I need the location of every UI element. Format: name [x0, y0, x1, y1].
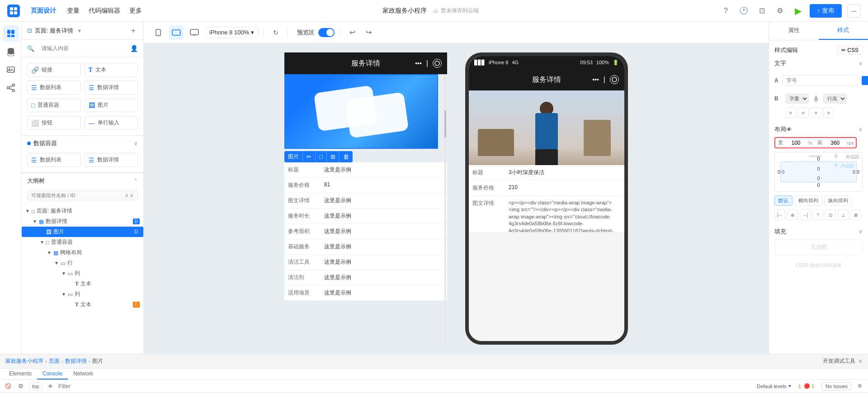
font-weight-select[interactable]: 字重 — [785, 94, 809, 104]
dist-center-h-btn[interactable]: ⊕ — [787, 209, 798, 220]
breadcrumb-app[interactable]: 家政服务小程序 — [5, 357, 43, 365]
preview-toggle[interactable] — [318, 28, 335, 37]
grid-icon[interactable]: ⊞ — [327, 152, 340, 162]
comp-datalist[interactable]: ☰ 数据列表 — [27, 81, 81, 95]
page-dropdown-icon[interactable]: ▼ — [77, 28, 82, 33]
color-swatch[interactable] — [862, 76, 868, 85]
eye-icon[interactable]: 👁 — [786, 126, 792, 133]
comp-datadetail[interactable]: ☰ 数据详情 — [85, 81, 138, 95]
outline-search-down-icon[interactable]: ∨ — [130, 192, 134, 199]
tree-toggle[interactable]: ▼ — [25, 209, 32, 213]
dist-center-v-btn[interactable]: ⊡ — [825, 209, 836, 220]
data-comp-detail[interactable]: ☰ 数据详情 — [85, 153, 138, 167]
scrollbar-thumb[interactable] — [444, 110, 446, 138]
tree-col2[interactable]: ▼ ▭ 列 — [22, 289, 143, 299]
tab-network[interactable]: Network — [68, 369, 99, 380]
align-center-btn[interactable]: ≡ — [798, 107, 809, 118]
layout-toggle[interactable]: ∨ — [859, 126, 863, 133]
align-justify-btn[interactable]: ≡ — [823, 107, 834, 118]
tab-attrs[interactable]: 属性 — [769, 22, 819, 40]
tree-datadetail[interactable]: ▼ ▦ 数据详情 D — [22, 216, 143, 227]
layout-section-header[interactable]: 布局 👁 ∨ — [774, 125, 863, 133]
nav-page-design[interactable]: 页面设计 — [31, 5, 56, 17]
tab-console[interactable]: Console — [37, 369, 68, 380]
clock-icon[interactable]: 🕐 — [737, 5, 750, 17]
top-label[interactable]: top — [29, 382, 42, 390]
nav-variable[interactable]: 变量 — [67, 5, 80, 17]
tab-elements[interactable]: Elements — [4, 369, 37, 380]
comp-image[interactable]: 🖼 图片 — [85, 98, 138, 112]
tree-image[interactable]: 🖼 图片 D — [22, 227, 143, 237]
tablet-device-btn[interactable] — [169, 25, 184, 40]
comp-input[interactable]: — 单行输入 — [85, 116, 138, 130]
breadcrumb-page[interactable]: 页面 — [49, 357, 60, 365]
settings-icon[interactable]: ⚙ — [774, 5, 786, 17]
default-levels-btn[interactable]: Default levels ▾ — [757, 383, 791, 389]
layout-horizontal-btn[interactable]: 横向排列 — [794, 195, 822, 206]
height-input[interactable] — [825, 138, 845, 147]
breadcrumb-data[interactable]: 数据详情 — [65, 357, 87, 365]
selected-image[interactable] — [284, 74, 438, 149]
sidebar-data-icon[interactable] — [3, 43, 19, 60]
no-issues-btn[interactable]: No Issues — [821, 382, 852, 390]
outline-search-up-icon[interactable]: ∧ — [125, 192, 129, 199]
device-size-select[interactable]: iPhone 8 100% ▾ — [205, 27, 258, 38]
comp-button[interactable]: ⬜ 按钮 — [27, 116, 81, 130]
devtools-gear-icon[interactable]: ⚙ — [855, 382, 864, 391]
sidebar-pages-icon[interactable] — [3, 25, 19, 42]
tree-text1[interactable]: T 文本 — [22, 279, 143, 289]
text-section-header[interactable]: 文字 ∨ — [774, 59, 863, 67]
tree-row[interactable]: ▼ ▭ 行 — [22, 258, 143, 268]
comp-container[interactable]: □ 普通容器 — [27, 98, 81, 112]
edit-icon[interactable]: ✏ — [303, 152, 316, 162]
devtools-eye-icon[interactable]: 👁 — [46, 382, 55, 391]
mobile-device-btn[interactable] — [151, 25, 165, 40]
tree-container[interactable]: ▼ □ 普通容器 — [22, 237, 143, 247]
font-size-input[interactable] — [782, 75, 858, 86]
run-icon[interactable]: ▶ — [792, 5, 804, 17]
outline-search-input[interactable] — [31, 193, 125, 198]
tree-toggle[interactable]: ▼ — [33, 219, 39, 224]
comp-link[interactable]: 🔗 链接 — [27, 63, 81, 77]
css-edit-button[interactable]: ✏ CSS — [837, 46, 863, 55]
comp-text[interactable]: T 文本 — [85, 63, 138, 77]
tree-page[interactable]: ▼ □ 页面: 服务详情 — [22, 206, 143, 216]
align-right-btn[interactable]: ≡ — [811, 107, 821, 118]
tree-toggle[interactable]: ▼ — [47, 250, 53, 255]
dist-right-btn[interactable]: →| — [800, 209, 811, 220]
tree-toggle[interactable]: ▼ — [54, 261, 61, 266]
nav-code-editor[interactable]: 代码编辑器 — [89, 5, 120, 17]
desktop-device-btn[interactable] — [187, 25, 202, 40]
dist-h-even-btn[interactable]: ⊠ — [850, 209, 861, 220]
tree-col1[interactable]: ▼ ▭ 列 — [22, 268, 143, 279]
fill-section-header[interactable]: 填充 ∨ — [774, 228, 863, 236]
search-input[interactable] — [38, 43, 127, 53]
refresh-icon[interactable]: ↻ — [269, 26, 282, 39]
screen-icon[interactable]: ⊡ — [755, 5, 768, 17]
help-icon[interactable]: ? — [719, 5, 732, 17]
more-button[interactable]: ··· — [847, 4, 861, 18]
layout-vertical-btn[interactable]: 纵向排列 — [824, 195, 852, 206]
tree-text2[interactable]: T 文本 D — [22, 299, 143, 310]
nav-more[interactable]: 更多 — [129, 5, 142, 17]
filter-input[interactable] — [58, 383, 753, 389]
add-page-button[interactable]: + — [129, 26, 138, 35]
outline-collapse-icon[interactable]: ⌃ — [133, 178, 138, 184]
tab-style[interactable]: 样式 — [819, 22, 868, 40]
fill-toggle[interactable]: ∨ — [859, 228, 863, 235]
sidebar-media-icon[interactable] — [3, 62, 19, 78]
tree-toggle[interactable]: ▼ — [61, 292, 68, 297]
align-left-btn[interactable]: ≡ — [785, 107, 796, 118]
dist-top-btn[interactable]: ⊤ — [812, 209, 823, 220]
devtools-ban-icon[interactable]: 🚫 — [4, 382, 13, 391]
copy-icon[interactable]: □ — [316, 152, 327, 162]
redo-icon[interactable]: ↪ — [362, 26, 375, 39]
dist-left-btn[interactable]: |← — [774, 209, 785, 220]
sidebar-workflow-icon[interactable] — [3, 80, 19, 96]
publish-button[interactable]: ↑ 发布 — [810, 4, 842, 18]
text-section-toggle[interactable]: ∨ — [859, 60, 863, 66]
tree-toggle[interactable]: ▼ — [40, 240, 46, 245]
delete-icon[interactable]: 🗑 — [340, 152, 353, 162]
tree-grid[interactable]: ▼ ▦ 网格布局 — [22, 247, 143, 258]
undo-icon[interactable]: ↩ — [346, 26, 359, 39]
